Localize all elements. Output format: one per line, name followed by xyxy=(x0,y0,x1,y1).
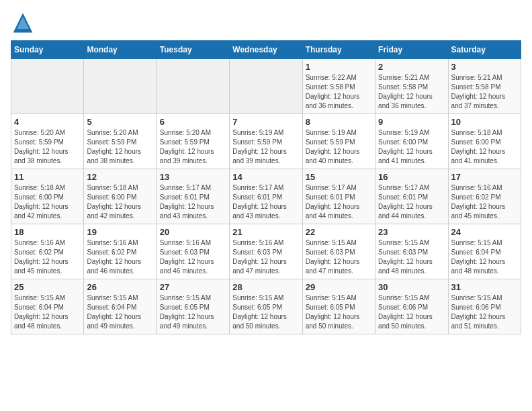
day-number: 21 xyxy=(232,227,299,237)
calendar-cell: 31Sunrise: 5:15 AM Sunset: 6:06 PM Dayli… xyxy=(448,279,521,334)
day-info: Sunrise: 5:15 AM Sunset: 6:05 PM Dayligh… xyxy=(160,293,226,331)
day-info: Sunrise: 5:15 AM Sunset: 6:05 PM Dayligh… xyxy=(232,293,299,331)
day-info: Sunrise: 5:17 AM Sunset: 6:01 PM Dayligh… xyxy=(160,183,226,221)
day-number: 14 xyxy=(232,172,299,182)
day-number: 20 xyxy=(160,227,226,237)
day-info: Sunrise: 5:16 AM Sunset: 6:03 PM Dayligh… xyxy=(160,238,226,276)
calendar-cell: 1Sunrise: 5:22 AM Sunset: 5:58 PM Daylig… xyxy=(302,59,375,114)
day-info: Sunrise: 5:15 AM Sunset: 6:03 PM Dayligh… xyxy=(306,238,372,276)
calendar-header-friday: Friday xyxy=(375,41,448,59)
day-info: Sunrise: 5:15 AM Sunset: 6:06 PM Dayligh… xyxy=(378,293,445,331)
calendar-cell: 22Sunrise: 5:15 AM Sunset: 6:03 PM Dayli… xyxy=(302,224,375,279)
day-info: Sunrise: 5:16 AM Sunset: 6:02 PM Dayligh… xyxy=(87,238,153,276)
day-info: Sunrise: 5:18 AM Sunset: 6:00 PM Dayligh… xyxy=(87,183,153,221)
calendar-header-wednesday: Wednesday xyxy=(230,41,302,59)
day-number: 26 xyxy=(87,282,153,292)
calendar-cell: 26Sunrise: 5:15 AM Sunset: 6:04 PM Dayli… xyxy=(84,279,157,334)
calendar-week-row: 25Sunrise: 5:15 AM Sunset: 6:04 PM Dayli… xyxy=(11,279,521,334)
calendar-cell: 9Sunrise: 5:19 AM Sunset: 6:00 PM Daylig… xyxy=(375,114,448,169)
calendar-cell: 29Sunrise: 5:15 AM Sunset: 6:05 PM Dayli… xyxy=(302,279,375,334)
calendar-table: SundayMondayTuesdayWednesdayThursdayFrid… xyxy=(11,40,521,334)
calendar-cell: 14Sunrise: 5:17 AM Sunset: 6:01 PM Dayli… xyxy=(230,169,302,224)
day-number: 25 xyxy=(14,282,81,292)
day-info: Sunrise: 5:17 AM Sunset: 6:01 PM Dayligh… xyxy=(378,183,445,221)
calendar-cell: 12Sunrise: 5:18 AM Sunset: 6:00 PM Dayli… xyxy=(84,169,157,224)
day-info: Sunrise: 5:15 AM Sunset: 6:06 PM Dayligh… xyxy=(451,293,518,331)
day-number: 27 xyxy=(160,282,226,292)
day-info: Sunrise: 5:20 AM Sunset: 5:59 PM Dayligh… xyxy=(160,128,226,166)
calendar-header-row: SundayMondayTuesdayWednesdayThursdayFrid… xyxy=(11,41,521,59)
calendar-cell: 28Sunrise: 5:15 AM Sunset: 6:05 PM Dayli… xyxy=(230,279,302,334)
day-number: 16 xyxy=(378,172,445,182)
day-info: Sunrise: 5:18 AM Sunset: 6:00 PM Dayligh… xyxy=(14,183,81,221)
header xyxy=(11,11,521,35)
day-number: 11 xyxy=(14,172,81,182)
calendar-week-row: 1Sunrise: 5:22 AM Sunset: 5:58 PM Daylig… xyxy=(11,59,521,114)
logo-icon xyxy=(11,11,35,35)
day-info: Sunrise: 5:20 AM Sunset: 5:59 PM Dayligh… xyxy=(14,128,81,166)
calendar-week-row: 11Sunrise: 5:18 AM Sunset: 6:00 PM Dayli… xyxy=(11,169,521,224)
calendar-cell: 23Sunrise: 5:15 AM Sunset: 6:03 PM Dayli… xyxy=(375,224,448,279)
day-number: 12 xyxy=(87,172,153,182)
day-number: 6 xyxy=(160,117,226,127)
calendar-cell: 10Sunrise: 5:18 AM Sunset: 6:00 PM Dayli… xyxy=(448,114,521,169)
day-info: Sunrise: 5:15 AM Sunset: 6:03 PM Dayligh… xyxy=(378,238,445,276)
calendar-cell: 15Sunrise: 5:17 AM Sunset: 6:01 PM Dayli… xyxy=(302,169,375,224)
calendar-cell: 4Sunrise: 5:20 AM Sunset: 5:59 PM Daylig… xyxy=(11,114,84,169)
day-info: Sunrise: 5:15 AM Sunset: 6:04 PM Dayligh… xyxy=(87,293,153,331)
calendar-cell: 11Sunrise: 5:18 AM Sunset: 6:00 PM Dayli… xyxy=(11,169,84,224)
calendar-cell: 21Sunrise: 5:16 AM Sunset: 6:03 PM Dayli… xyxy=(230,224,302,279)
day-number: 22 xyxy=(306,227,372,237)
day-number: 18 xyxy=(14,227,81,237)
day-number: 2 xyxy=(378,62,445,72)
day-number: 9 xyxy=(378,117,445,127)
calendar-cell: 25Sunrise: 5:15 AM Sunset: 6:04 PM Dayli… xyxy=(11,279,84,334)
day-number: 17 xyxy=(451,172,518,182)
day-number: 8 xyxy=(306,117,372,127)
day-info: Sunrise: 5:15 AM Sunset: 6:05 PM Dayligh… xyxy=(306,293,372,331)
calendar-cell: 19Sunrise: 5:16 AM Sunset: 6:02 PM Dayli… xyxy=(84,224,157,279)
calendar-header-monday: Monday xyxy=(84,41,157,59)
calendar-header-thursday: Thursday xyxy=(302,41,375,59)
calendar-cell: 7Sunrise: 5:19 AM Sunset: 5:59 PM Daylig… xyxy=(230,114,302,169)
day-number: 23 xyxy=(378,227,445,237)
day-info: Sunrise: 5:20 AM Sunset: 5:59 PM Dayligh… xyxy=(87,128,153,166)
day-info: Sunrise: 5:22 AM Sunset: 5:58 PM Dayligh… xyxy=(306,73,372,111)
calendar-cell: 5Sunrise: 5:20 AM Sunset: 5:59 PM Daylig… xyxy=(84,114,157,169)
calendar-cell: 30Sunrise: 5:15 AM Sunset: 6:06 PM Dayli… xyxy=(375,279,448,334)
day-info: Sunrise: 5:16 AM Sunset: 6:02 PM Dayligh… xyxy=(451,183,518,221)
calendar-header-tuesday: Tuesday xyxy=(157,41,229,59)
day-info: Sunrise: 5:19 AM Sunset: 6:00 PM Dayligh… xyxy=(378,128,445,166)
calendar-cell: 17Sunrise: 5:16 AM Sunset: 6:02 PM Dayli… xyxy=(448,169,521,224)
day-number: 1 xyxy=(306,62,372,72)
day-number: 19 xyxy=(87,227,153,237)
calendar-cell xyxy=(230,59,302,114)
day-number: 30 xyxy=(378,282,445,292)
calendar-week-row: 18Sunrise: 5:16 AM Sunset: 6:02 PM Dayli… xyxy=(11,224,521,279)
day-number: 31 xyxy=(451,282,518,292)
day-number: 15 xyxy=(306,172,372,182)
calendar-cell: 20Sunrise: 5:16 AM Sunset: 6:03 PM Dayli… xyxy=(157,224,229,279)
day-info: Sunrise: 5:21 AM Sunset: 5:58 PM Dayligh… xyxy=(378,73,445,111)
day-info: Sunrise: 5:19 AM Sunset: 5:59 PM Dayligh… xyxy=(306,128,372,166)
calendar-cell: 13Sunrise: 5:17 AM Sunset: 6:01 PM Dayli… xyxy=(157,169,229,224)
day-number: 3 xyxy=(451,62,518,72)
calendar-cell xyxy=(84,59,157,114)
day-number: 29 xyxy=(306,282,372,292)
calendar-cell: 8Sunrise: 5:19 AM Sunset: 5:59 PM Daylig… xyxy=(302,114,375,169)
calendar-header-saturday: Saturday xyxy=(448,41,521,59)
day-info: Sunrise: 5:19 AM Sunset: 5:59 PM Dayligh… xyxy=(232,128,299,166)
day-info: Sunrise: 5:17 AM Sunset: 6:01 PM Dayligh… xyxy=(306,183,372,221)
day-info: Sunrise: 5:15 AM Sunset: 6:04 PM Dayligh… xyxy=(451,238,518,276)
calendar-cell: 2Sunrise: 5:21 AM Sunset: 5:58 PM Daylig… xyxy=(375,59,448,114)
calendar-cell xyxy=(11,59,84,114)
day-info: Sunrise: 5:21 AM Sunset: 5:58 PM Dayligh… xyxy=(451,73,518,111)
day-number: 24 xyxy=(451,227,518,237)
calendar-cell xyxy=(157,59,229,114)
logo xyxy=(11,11,38,35)
calendar-cell: 24Sunrise: 5:15 AM Sunset: 6:04 PM Dayli… xyxy=(448,224,521,279)
day-info: Sunrise: 5:16 AM Sunset: 6:02 PM Dayligh… xyxy=(14,238,81,276)
day-number: 4 xyxy=(14,117,81,127)
day-info: Sunrise: 5:18 AM Sunset: 6:00 PM Dayligh… xyxy=(451,128,518,166)
calendar-cell: 18Sunrise: 5:16 AM Sunset: 6:02 PM Dayli… xyxy=(11,224,84,279)
